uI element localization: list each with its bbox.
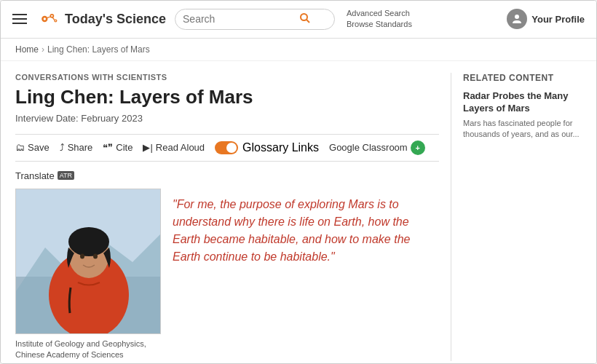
- breadcrumb: Home › Ling Chen: Layers of Mars: [1, 39, 596, 61]
- save-button[interactable]: 🗂 Save: [15, 142, 50, 153]
- related-item: Radar Probes the Many Layers of Mars Mar…: [463, 90, 582, 141]
- browse-standards-link[interactable]: Browse Standards: [347, 19, 412, 30]
- glossary-links-toggle[interactable]: Glossary Links: [215, 141, 319, 154]
- google-classroom-button[interactable]: Google Classroom +: [329, 141, 425, 155]
- section-label: Conversations with Scientists: [15, 73, 439, 82]
- content-area: Home › Ling Chen: Layers of Mars Convers…: [1, 39, 596, 363]
- main-content: Conversations with Scientists Ling Chen:…: [1, 61, 596, 363]
- person-photo: [16, 189, 161, 334]
- share-button[interactable]: ⤴ Share: [60, 142, 93, 153]
- article-title: Ling Chen: Layers of Mars: [15, 86, 439, 108]
- atr-badge: ATR: [58, 171, 74, 180]
- breadcrumb-home[interactable]: Home: [15, 44, 39, 55]
- quote-text: "For me, the purpose of exploring Mars i…: [173, 196, 439, 266]
- related-item-description: Mars has fascinated people for thousands…: [463, 118, 582, 141]
- header-links: Advanced Search Browse Standards: [347, 8, 412, 31]
- search-button[interactable]: [299, 12, 311, 26]
- article-image-section: Institute of Geology and Geophysics, Chi…: [15, 189, 161, 361]
- google-classroom-icon: +: [411, 141, 425, 155]
- translate-row: Translate ATR: [15, 167, 439, 189]
- logo-icon: [39, 10, 60, 28]
- toggle-knob: [226, 143, 237, 153]
- read-aloud-icon: ▶|: [143, 142, 152, 153]
- related-item-title[interactable]: Radar Probes the Many Layers of Mars: [463, 90, 582, 115]
- read-aloud-button[interactable]: ▶| Read Aloud: [143, 142, 205, 153]
- profile-area[interactable]: Your Profile: [507, 9, 585, 29]
- svg-point-17: [80, 253, 84, 258]
- svg-point-18: [93, 253, 98, 258]
- svg-point-8: [301, 14, 307, 20]
- profile-icon: [507, 9, 527, 29]
- profile-label: Your Profile: [531, 14, 585, 25]
- search-bar[interactable]: [175, 9, 335, 30]
- cite-icon: ❝❞: [103, 142, 113, 153]
- toolbar: 🗂 Save ⤴ Share ❝❞ Cite ▶| Read Aloud: [15, 134, 439, 162]
- logo-text: Today's Science: [65, 12, 166, 27]
- svg-point-16: [68, 227, 109, 256]
- svg-point-3: [51, 15, 52, 17]
- image-caption: Institute of Geology and Geophysics, Chi…: [15, 339, 161, 361]
- save-icon: 🗂: [15, 142, 25, 153]
- advanced-search-link[interactable]: Advanced Search: [347, 8, 412, 19]
- translate-button[interactable]: Translate ATR: [15, 170, 74, 181]
- article-quote: "For me, the purpose of exploring Mars i…: [173, 189, 439, 361]
- toggle-control[interactable]: [215, 141, 238, 154]
- svg-point-10: [515, 15, 519, 19]
- svg-point-1: [44, 18, 46, 20]
- article-image: [15, 189, 161, 334]
- svg-point-6: [55, 20, 57, 22]
- svg-line-9: [307, 20, 309, 23]
- article-body: Institute of Geology and Geophysics, Chi…: [15, 189, 439, 361]
- article-date: Interview Date: February 2023: [15, 113, 439, 124]
- hamburger-menu[interactable]: [12, 14, 27, 24]
- svg-line-4: [47, 17, 50, 17]
- article-section: Conversations with Scientists Ling Chen:…: [15, 73, 439, 361]
- share-icon: ⤴: [60, 142, 65, 153]
- cite-button[interactable]: ❝❞ Cite: [103, 142, 133, 153]
- sidebar: Related Content Radar Probes the Many La…: [451, 73, 582, 361]
- breadcrumb-separator: ›: [41, 44, 44, 55]
- sidebar-title: Related Content: [463, 73, 582, 83]
- breadcrumb-current: Ling Chen: Layers of Mars: [47, 44, 150, 55]
- search-input[interactable]: [183, 13, 299, 25]
- logo-area: Today's Science: [39, 10, 166, 28]
